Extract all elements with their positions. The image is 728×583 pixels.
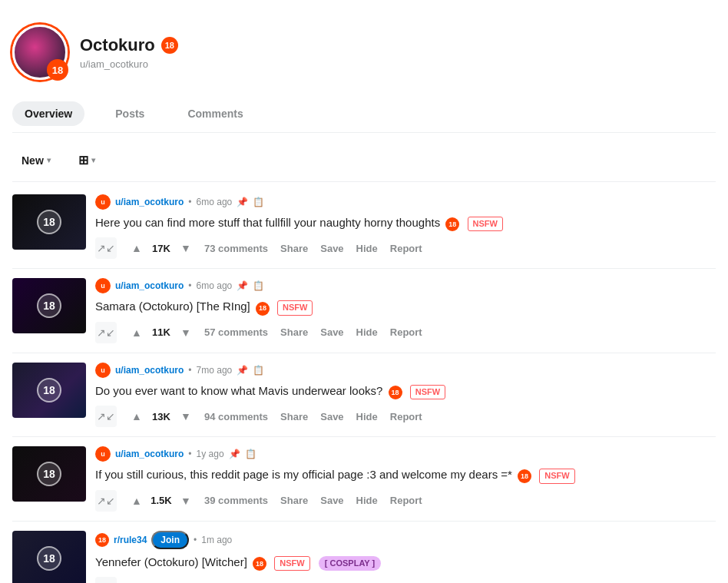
downvote-button[interactable]: ▼ xyxy=(175,577,197,583)
sort-new-button[interactable]: New ▾ xyxy=(12,150,60,171)
save-link[interactable]: Save xyxy=(310,578,342,583)
join-button[interactable]: Join xyxy=(151,531,189,549)
downvote-button[interactable]: ▼ xyxy=(175,490,197,512)
share-link[interactable]: Share xyxy=(276,492,313,509)
vote-count: 11K xyxy=(151,326,172,338)
save-link[interactable]: Save xyxy=(316,323,348,341)
post-actions: ↗↙ ▲ 1 ▼ 0 comments Share Save Hide Repo… xyxy=(95,577,716,583)
post-title-text[interactable]: Samara (Octokuro) [The RIng] xyxy=(95,300,250,313)
upvote-button[interactable]: ▲ xyxy=(126,490,147,512)
post-card: 18 u u/iam_ocotkuro • 7mo ago 📌 📋 Do you… xyxy=(12,353,716,437)
profile-name: Octokuro xyxy=(80,35,155,55)
meta-avatar: u xyxy=(95,278,111,293)
tab-comments[interactable]: Comments xyxy=(175,101,255,126)
post-nsfw-badge: NSFW xyxy=(539,469,574,483)
vote-area: ▲ 1.5K ▼ xyxy=(126,490,197,512)
save-link[interactable]: Save xyxy=(316,240,348,257)
downvote-button[interactable]: ▼ xyxy=(175,322,197,343)
post-18-badge: 18 xyxy=(253,557,266,571)
post-meta: u u/iam_ocotkuro • 7mo ago 📌 📋 xyxy=(95,363,716,378)
share-link[interactable]: Share xyxy=(276,240,313,257)
report-link[interactable]: Report xyxy=(380,578,422,583)
post-nsfw-badge: NSFW xyxy=(468,217,503,231)
comments-link[interactable]: 73 comments xyxy=(200,240,273,257)
hide-link[interactable]: Hide xyxy=(352,240,382,257)
upvote-button[interactable]: ▲ xyxy=(126,237,147,259)
post-title-text[interactable]: If you still curious, this reddit page i… xyxy=(95,468,512,481)
comments-link[interactable]: 57 comments xyxy=(200,323,273,341)
meta-subreddit[interactable]: r/rule34 xyxy=(114,535,147,545)
post-meta: 18 r/rule34 Join • 1m ago xyxy=(95,531,716,549)
meta-dot: • xyxy=(188,449,191,459)
profile-18-badge: 18 xyxy=(161,37,178,54)
post-card: 18 u u/iam_ocotkuro • 6mo ago 📌 📋 Here y… xyxy=(12,185,716,269)
expand-button[interactable]: ↗↙ xyxy=(95,490,117,512)
tab-posts[interactable]: Posts xyxy=(103,101,157,126)
downvote-button[interactable]: ▼ xyxy=(175,406,197,427)
meta-username[interactable]: u/iam_ocotkuro xyxy=(115,280,184,291)
post-title-text[interactable]: Yennefer (Octokuro) [Witcher] xyxy=(95,555,247,568)
post-thumbnail: 18 xyxy=(12,363,86,418)
meta-time: 1m ago xyxy=(201,535,232,545)
expand-button[interactable]: ↗↙ xyxy=(95,237,117,259)
post-title: Do you ever want to know what Mavis unde… xyxy=(95,383,716,399)
share-link[interactable]: Share xyxy=(276,323,313,341)
upvote-button[interactable]: ▲ xyxy=(126,322,147,343)
report-link[interactable]: Report xyxy=(386,492,427,509)
post-actions: ↗↙ ▲ 13K ▼ 94 comments Share Save Hide R… xyxy=(95,406,716,427)
post-content: 18 r/rule34 Join • 1m ago Yennefer (Octo… xyxy=(95,531,716,583)
post-meta: u u/iam_ocotkuro • 1y ago 📌 📋 xyxy=(95,446,716,462)
post-nsfw-badge: NSFW xyxy=(410,385,445,399)
hide-link[interactable]: Hide xyxy=(346,578,376,583)
post-title-text[interactable]: Do you ever want to know what Mavis unde… xyxy=(95,384,382,397)
sort-chevron-icon: ▾ xyxy=(47,156,51,164)
hide-link[interactable]: Hide xyxy=(352,408,382,426)
avatar: 18 xyxy=(12,25,68,80)
downvote-button[interactable]: ▼ xyxy=(175,237,197,259)
meta-username[interactable]: u/iam_ocotkuro xyxy=(115,449,184,459)
report-link[interactable]: Report xyxy=(386,323,427,341)
expand-button[interactable]: ↗↙ xyxy=(95,322,117,343)
save-link[interactable]: Save xyxy=(316,408,348,426)
upvote-button[interactable]: ▲ xyxy=(126,577,147,583)
share-link[interactable]: Share xyxy=(270,578,307,583)
post-title-text[interactable]: Here you can find more stuff that fullfi… xyxy=(95,216,440,229)
profile-username: u/iam_ocotkuro xyxy=(80,58,178,70)
post-card: 18 u u/iam_ocotkuro • 1y ago 📌 📋 If you … xyxy=(12,437,716,521)
hide-link[interactable]: Hide xyxy=(352,323,382,341)
comments-link[interactable]: 39 comments xyxy=(200,492,273,509)
post-actions: ↗↙ ▲ 11K ▼ 57 comments Share Save Hide R… xyxy=(95,322,716,343)
upvote-button[interactable]: ▲ xyxy=(126,406,147,427)
meta-avatar: u xyxy=(95,194,111,210)
sort-view-button[interactable]: ⊞ ▾ xyxy=(69,148,104,172)
share-link[interactable]: Share xyxy=(276,408,313,426)
subreddit-badge: 18 xyxy=(95,533,109,547)
comments-link[interactable]: 0 comments xyxy=(200,578,267,583)
report-link[interactable]: Report xyxy=(386,408,427,426)
post-18-badge: 18 xyxy=(518,469,531,483)
expand-button[interactable]: ↗↙ xyxy=(95,406,117,427)
comments-link[interactable]: 94 comments xyxy=(200,408,273,426)
save-link[interactable]: Save xyxy=(316,492,348,509)
tab-overview[interactable]: Overview xyxy=(12,101,84,126)
post-thumbnail: 18 xyxy=(12,531,86,583)
post-thumbnail: 18 xyxy=(12,278,86,333)
view-icon: ⊞ xyxy=(78,153,88,167)
profile-header: 18 Octokuro 18 u/iam_ocotkuro xyxy=(12,12,716,95)
mod-icon: 📋 xyxy=(253,280,264,291)
hide-link[interactable]: Hide xyxy=(352,492,382,509)
post-18-badge: 18 xyxy=(256,302,270,316)
meta-username[interactable]: u/iam_ocotkuro xyxy=(115,365,184,376)
pin-icon: 📌 xyxy=(237,280,248,291)
post-nsfw-badge: NSFW xyxy=(277,300,313,315)
post-thumbnail: 18 xyxy=(12,194,86,250)
thumb-18-badge: 18 xyxy=(37,293,61,318)
vote-area: ▲ 11K ▼ xyxy=(126,322,197,343)
expand-button[interactable]: ↗↙ xyxy=(95,577,117,583)
profile-info: Octokuro 18 u/iam_ocotkuro xyxy=(80,35,178,70)
meta-dot: • xyxy=(194,535,197,545)
meta-avatar: u xyxy=(95,363,111,378)
meta-username[interactable]: u/iam_ocotkuro xyxy=(115,197,184,207)
post-title: If you still curious, this reddit page i… xyxy=(95,466,716,483)
report-link[interactable]: Report xyxy=(386,240,427,257)
